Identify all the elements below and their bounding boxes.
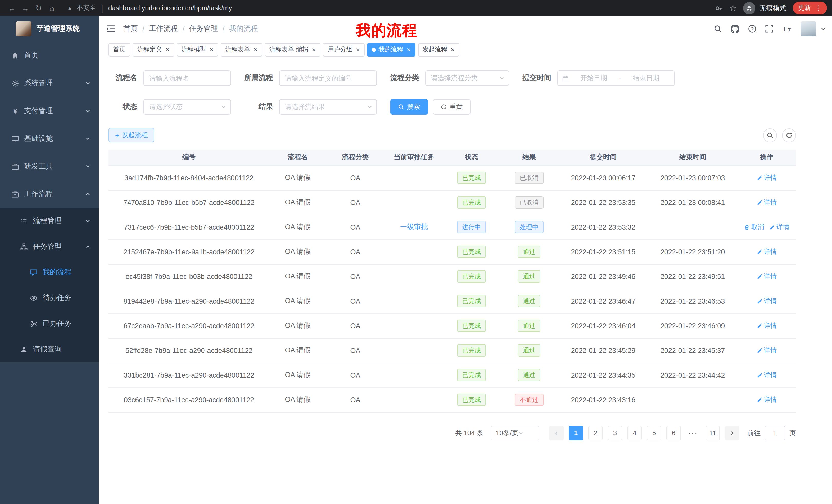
result-select[interactable]: 请选择流结果 — [279, 99, 377, 115]
create-process-button[interactable]: + 发起流程 — [108, 128, 154, 142]
detail-link[interactable]: 详情 — [757, 272, 777, 281]
tab-close-icon[interactable]: × — [210, 46, 213, 53]
sidebar-item-my-process[interactable]: 我的流程 — [0, 259, 99, 285]
page-button[interactable]: 2 — [588, 426, 603, 440]
back-icon[interactable]: ← — [5, 4, 19, 12]
sidebar-item-process-mgmt[interactable]: 流程管理 — [0, 208, 99, 234]
page-button[interactable]: 5 — [647, 426, 661, 440]
tab-home[interactable]: 首页 — [108, 43, 130, 56]
tab-process-model[interactable]: 流程模型× — [177, 43, 218, 56]
approval-task-link[interactable]: 一级审批 — [400, 223, 428, 231]
submit-time-range-picker[interactable]: 开始日期 - 结束日期 — [557, 71, 675, 86]
prev-page-button[interactable] — [549, 426, 564, 440]
sidebar-item-leave-query[interactable]: 请假查询 — [0, 337, 99, 362]
sidebar-item-todo-task[interactable]: 待办任务 — [0, 285, 99, 311]
action-label: 详情 — [764, 346, 777, 355]
sidebar-item-workflow[interactable]: 工作流程 — [0, 180, 99, 208]
detail-link[interactable]: 详情 — [757, 173, 777, 182]
gear-icon — [11, 79, 19, 87]
kebab-menu-icon[interactable]: ⋮ — [815, 4, 822, 12]
reload-icon[interactable]: ↻ — [32, 3, 45, 12]
svg-text:?: ? — [751, 26, 754, 31]
chevron-down-icon — [367, 104, 372, 109]
column-header: 状态 — [443, 149, 500, 165]
hamburger-icon[interactable] — [99, 25, 123, 33]
category-select[interactable]: 请选择流程分类 — [425, 71, 509, 86]
breadcrumb-item[interactable]: 工作流程 — [149, 24, 178, 33]
tab-create-process[interactable]: 发起流程× — [418, 43, 459, 56]
status-select[interactable]: 请选择状态 — [144, 99, 231, 115]
status-badge: 已完成 — [457, 295, 486, 307]
bookmark-star-icon[interactable]: ☆ — [729, 3, 736, 12]
detail-link[interactable]: 详情 — [757, 247, 777, 256]
avatar-caret-down-icon[interactable] — [821, 26, 826, 31]
cell-status: 已完成 — [443, 338, 500, 363]
forward-icon[interactable]: → — [19, 4, 32, 12]
tab-user-group[interactable]: 用户分组× — [323, 43, 365, 56]
cancel-link[interactable]: 取消 — [744, 223, 764, 231]
tab-close-icon[interactable]: × — [165, 46, 170, 53]
github-icon[interactable] — [731, 24, 739, 33]
tab-process-form[interactable]: 流程表单× — [220, 43, 262, 56]
process-key-input[interactable] — [279, 71, 377, 86]
tab-close-icon[interactable]: × — [451, 46, 454, 53]
user-avatar[interactable] — [801, 21, 816, 36]
detail-link[interactable]: 详情 — [757, 297, 777, 305]
goto-page-input[interactable] — [765, 426, 785, 440]
status-badge: 已完成 — [457, 344, 486, 357]
tab-close-icon[interactable]: × — [356, 46, 360, 53]
cell-id: 3ad174fb-7b9d-11ec-8404-acde48001122 — [108, 165, 269, 190]
page-button[interactable]: 1 — [569, 426, 583, 440]
tab-close-icon[interactable]: × — [407, 46, 411, 53]
page-button[interactable]: 3 — [608, 426, 622, 440]
page-button[interactable]: 6 — [667, 426, 681, 440]
top-navbar: 首页/工作流程/任务管理/我的流程 我的流程 ? TT — [99, 16, 832, 41]
next-page-button[interactable] — [725, 426, 739, 440]
detail-link[interactable]: 详情 — [757, 198, 777, 207]
key-icon[interactable] — [714, 4, 723, 12]
tab-process-form-edit[interactable]: 流程表单-编辑× — [265, 43, 321, 56]
show-search-icon-button[interactable] — [763, 128, 777, 142]
page-button[interactable]: 4 — [627, 426, 642, 440]
parent-process-label: 所属流程 — [240, 74, 279, 83]
breadcrumb-item[interactable]: 任务管理 — [189, 24, 218, 33]
detail-link[interactable]: 详情 — [757, 395, 777, 404]
tab-close-icon[interactable]: × — [312, 46, 316, 53]
table-row: 52ffd28e-7b9a-11ec-a290-acde48001122OA 请… — [108, 338, 796, 363]
browser-home-icon[interactable]: ⌂ — [45, 4, 59, 12]
sidebar-item-system[interactable]: 系统管理 — [0, 69, 99, 97]
tab-process-definition[interactable]: 流程定义× — [133, 43, 174, 56]
search-icon[interactable] — [714, 25, 722, 33]
refresh-icon-button[interactable] — [782, 128, 796, 142]
sidebar-item-done-task[interactable]: 已办任务 — [0, 311, 99, 337]
detail-link[interactable]: 详情 — [769, 223, 789, 231]
sidebar-item-task-mgmt[interactable]: 任务管理 — [0, 234, 99, 259]
sidebar-item-infrastructure[interactable]: 基础设施 — [0, 125, 99, 152]
font-size-icon[interactable]: TT — [782, 25, 792, 33]
cell-submit-time: 2022-01-22 23:53:35 — [558, 190, 648, 215]
browser-update-button[interactable]: 更新 ⋮ — [793, 2, 827, 15]
detail-link[interactable]: 详情 — [757, 321, 777, 330]
chevron-down-icon — [85, 108, 90, 114]
address-bar[interactable]: ▲ 不安全 | dashboard.yudao.iocoder.cn/bpm/t… — [67, 3, 232, 12]
table-row: 3ad174fb-7b9d-11ec-8404-acde48001122OA 请… — [108, 165, 796, 190]
sidebar-item-devtools[interactable]: 研发工具 — [0, 152, 99, 180]
cell-end-time: 2022-01-22 23:49:51 — [648, 264, 737, 289]
tab-close-icon[interactable]: × — [254, 46, 257, 53]
detail-link[interactable]: 详情 — [757, 346, 777, 355]
help-icon[interactable]: ? — [748, 25, 756, 33]
fullscreen-icon[interactable] — [765, 25, 773, 33]
app-logo[interactable]: 芋道管理系统 — [0, 16, 99, 41]
process-name-input[interactable] — [144, 71, 231, 86]
page-button[interactable]: 11 — [705, 426, 720, 440]
tab-label: 流程模型 — [181, 45, 206, 54]
tab-my-process[interactable]: 我的流程× — [367, 43, 415, 56]
detail-link[interactable]: 详情 — [757, 371, 777, 380]
search-button[interactable]: 搜索 — [390, 99, 428, 115]
sidebar-item-home[interactable]: 首页 — [0, 41, 99, 69]
reset-button[interactable]: 重置 — [433, 99, 470, 115]
sidebar-item-payment[interactable]: ¥支付管理 — [0, 97, 99, 125]
page-size-select[interactable]: 10条/页 — [491, 426, 539, 440]
breadcrumb-item[interactable]: 首页 — [123, 24, 138, 33]
cell-current-task — [385, 289, 443, 313]
